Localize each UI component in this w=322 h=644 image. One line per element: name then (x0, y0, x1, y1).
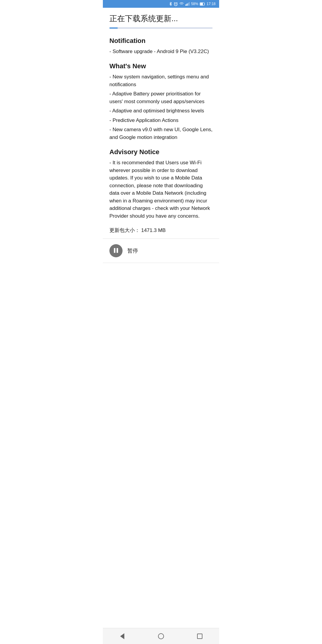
notification-title: Notification (109, 37, 213, 45)
whats-new-item-3: - Adaptive and optimised brightness leve… (109, 107, 213, 115)
pause-row: 暂停 (109, 239, 213, 263)
pause-icon (114, 248, 118, 254)
bottom-spacer (109, 263, 213, 284)
status-bar: 58% 17:18 (103, 0, 219, 8)
progress-bar (109, 27, 118, 29)
advisory-section: Advisory Notice - It is recommended that… (109, 148, 213, 220)
svg-rect-6 (200, 3, 203, 5)
alarm-icon (174, 2, 178, 6)
battery-icon (200, 2, 205, 6)
wifi-icon (179, 2, 184, 6)
pause-label: 暂停 (127, 247, 138, 254)
whats-new-item-1: - New system navigation, settings menu a… (109, 73, 213, 88)
notification-section: Notification - Software upgrade - Androi… (109, 37, 213, 55)
whats-new-item-4: - Predictive Application Actions (109, 117, 213, 124)
whats-new-section: What's New - New system navigation, sett… (109, 62, 213, 141)
battery-percent: 58% (191, 2, 198, 6)
signal-icon (185, 2, 190, 6)
whats-new-item-2: - Adaptive Battery power prioritisation … (109, 90, 213, 105)
page-title: 正在下载系统更新... (109, 14, 213, 24)
pause-button[interactable] (109, 244, 123, 257)
advisory-title: Advisory Notice (109, 148, 213, 156)
notification-text: - Software upgrade - Android 9 Pie (V3.2… (109, 48, 213, 55)
whats-new-title: What's New (109, 62, 213, 70)
status-time: 17:18 (207, 2, 216, 6)
file-size-label: 更新包大小： (109, 227, 140, 233)
whats-new-body: - New system navigation, settings menu a… (109, 73, 213, 141)
svg-rect-8 (117, 248, 118, 253)
svg-rect-1 (185, 4, 186, 6)
notification-body: - Software upgrade - Android 9 Pie (V3.2… (109, 48, 213, 55)
main-content: 正在下载系统更新... Notification - Software upgr… (103, 8, 219, 284)
svg-rect-2 (187, 4, 188, 6)
advisory-text: - It is recommended that Users use Wi-Fi… (109, 159, 213, 220)
bluetooth-icon (169, 2, 172, 6)
status-icons: 58% 17:18 (169, 2, 216, 6)
svg-rect-7 (114, 248, 115, 253)
file-size-value: 1471.3 MB (141, 227, 165, 233)
svg-rect-3 (188, 3, 189, 6)
file-size-section: 更新包大小： 1471.3 MB (109, 227, 213, 234)
advisory-body: - It is recommended that Users use Wi-Fi… (109, 159, 213, 220)
progress-container (109, 27, 213, 29)
svg-rect-4 (189, 2, 190, 6)
whats-new-item-5: - New camera v9.0 with new UI, Google Le… (109, 126, 213, 141)
